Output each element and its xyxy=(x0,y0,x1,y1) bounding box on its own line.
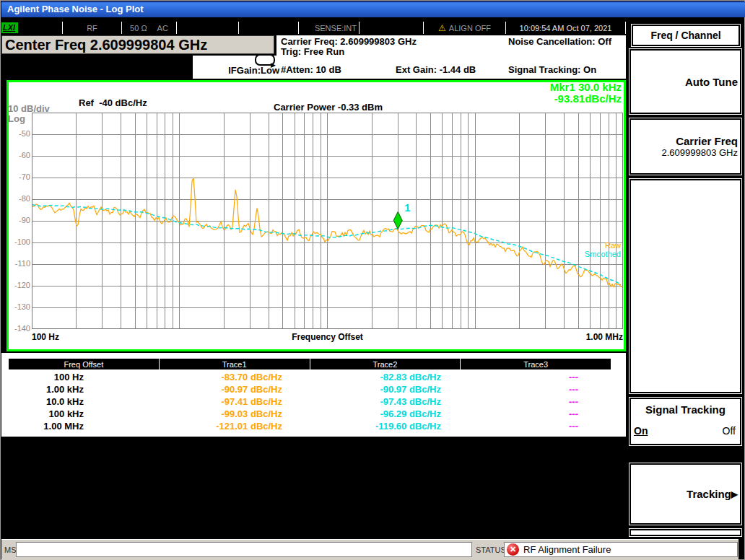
message-box xyxy=(16,542,472,557)
datetime-display: 10:09:54 AM Oct 07, 2021 xyxy=(520,24,612,32)
tracking-submenu-button[interactable]: Tracking▶ xyxy=(629,463,741,525)
status-seg-input: 50 Ω AC xyxy=(122,22,177,34)
align-warning-icon: ⚠ xyxy=(438,23,446,33)
raw-trace-label: Raw xyxy=(605,241,621,250)
signal-tracking-button-label: Signal Tracking xyxy=(631,403,740,416)
sense-indicator: SENSE:INT xyxy=(315,24,357,32)
trace1-value-cell: -99.03 dBc/Hz xyxy=(221,408,282,419)
app-window: Agilent Phase Noise - Log Plot LXI RF 50… xyxy=(0,0,745,560)
align-off-indicator: ALIGN OFF xyxy=(449,24,491,32)
ifgain-readout: IFGain:Low xyxy=(193,66,279,76)
blank-softkey xyxy=(629,179,741,393)
trace1-value-cell: -97.41 dBc/Hz xyxy=(221,396,282,407)
trace3-value-cell: --- xyxy=(569,396,578,407)
freq-offset-cell: 1.00 MHz xyxy=(43,421,84,432)
auto-tune-label: Auto Tune xyxy=(685,76,738,88)
status-seg-align: ⚠ ALIGN OFF xyxy=(424,22,506,34)
carrier-power-label: Carrier Power -0.33 dBm xyxy=(274,102,383,113)
status-label: STATUS xyxy=(476,546,506,554)
signal-tracking-off-option[interactable]: Off xyxy=(723,425,736,437)
ref-level-label: Ref -40 dBc/Hz xyxy=(79,98,147,108)
table-row: 1.00 kHz-90.97 dBc/Hz-90.97 dBc/Hz--- xyxy=(1,383,626,395)
status-seg-datetime: 10:09:54 AM Oct 07, 2021 xyxy=(506,22,626,34)
table-row: 10.0 kHz-97.41 dBc/Hz-97.43 dBc/Hz--- xyxy=(1,395,626,408)
trace2-value-cell: -90.97 dBc/Hz xyxy=(380,384,441,395)
marker-1-index: 1 xyxy=(404,201,410,214)
freq-offset-cell: 100 Hz xyxy=(54,372,84,382)
trace3-value-cell: --- xyxy=(569,384,578,395)
lxi-badge: LXI xyxy=(1,22,18,33)
ext-gain-readout: Ext Gain: -1.44 dB xyxy=(396,65,476,75)
status-message-text: RF Alignment Failure xyxy=(523,544,611,555)
table-header-cell: Trace2 xyxy=(310,359,461,369)
impedance-indicator: 50 Ω xyxy=(130,24,147,32)
freq-offset-cell: 10.0 kHz xyxy=(46,396,84,407)
carrier-freq-button-value: 2.609999803 GHz xyxy=(661,147,738,158)
status-strip: LXI RF 50 Ω AC SENSE:INT ⚠ ALIGN OFF 10:… xyxy=(1,22,626,34)
carrier-freq-button[interactable]: Carrier Freq 2.609999803 GHz xyxy=(629,118,741,175)
y-tick-label: -100 xyxy=(8,237,30,246)
status-message-box: ✕ RF Alignment Failure xyxy=(504,542,738,557)
signal-tracking-button[interactable]: Signal Tracking On Off xyxy=(629,398,741,445)
rf-indicator: RF xyxy=(87,24,97,32)
footer-bar: MSG STATUS ✕ RF Alignment Failure xyxy=(1,539,739,560)
trace3-value-cell: --- xyxy=(569,421,578,432)
y-tick-label: -60 xyxy=(8,151,30,159)
signal-tracking-on-option[interactable]: On xyxy=(634,425,648,437)
atten-readout: #Atten: 10 dB xyxy=(281,65,341,75)
title-bar[interactable]: Agilent Phase Noise - Log Plot xyxy=(1,1,745,17)
status-seg-sense: SENSE:INT xyxy=(299,22,360,34)
marker-readout-freq: Mkr1 30.0 kHz xyxy=(550,82,622,93)
trace-table-body: 100 Hz-83.70 dBc/Hz-82.83 dBc/Hz---1.00 … xyxy=(1,371,626,434)
trace2-value-cell: -82.83 dBc/Hz xyxy=(380,372,441,382)
y-tick-label: -80 xyxy=(8,194,30,203)
table-header-cell: Trace3 xyxy=(461,359,611,369)
y-tick-label: -140 xyxy=(8,324,30,333)
table-row: 100 Hz-83.70 dBc/Hz-82.83 dBc/Hz--- xyxy=(1,371,626,383)
noise-cancellation-readout: Noise Cancellation: Off xyxy=(508,37,611,47)
trace2-value-cell: -96.29 dBc/Hz xyxy=(380,408,441,419)
status-seg-empty-2 xyxy=(239,22,299,34)
carrier-freq-button-label: Carrier Freq xyxy=(676,135,738,147)
status-seg-empty-3 xyxy=(360,22,424,34)
trace1-value-cell: -90.97 dBc/Hz xyxy=(221,384,282,395)
y-tick-label: -110 xyxy=(8,259,30,268)
trace2-value-cell: -97.43 dBc/Hz xyxy=(380,396,441,407)
table-header-cell: Freq Offset xyxy=(9,359,160,369)
trigger-readout: Trig: Free Run xyxy=(281,47,344,57)
trace1-value-cell: -121.01 dBc/Hz xyxy=(216,421,282,432)
carrier-freq-readout: Carrier Freq: 2.609999803 GHz xyxy=(281,37,417,47)
y-tick-label: -70 xyxy=(8,172,30,181)
sweep-arrow-icon: ▶ xyxy=(255,54,275,66)
signal-tracking-readout: Signal Tracking: On xyxy=(508,65,596,75)
y-tick-label: -120 xyxy=(8,281,30,289)
smoothed-trace-label: Smoothed xyxy=(585,250,621,258)
blank-softkey-partial xyxy=(629,529,741,536)
table-row: 100 kHz-99.03 dBc/Hz-96.29 dBc/Hz--- xyxy=(1,408,626,420)
trace3-value-cell: --- xyxy=(569,408,578,419)
y-tick-label: -130 xyxy=(8,302,30,311)
auto-tune-button[interactable]: Auto Tune xyxy=(629,49,741,114)
x-axis-max-label: 1.00 MHz xyxy=(32,332,623,342)
tracking-label: Tracking xyxy=(687,488,731,500)
window-title: Agilent Phase Noise - Log Plot xyxy=(7,4,144,14)
submenu-arrow-icon: ▶ xyxy=(731,489,738,499)
freq-offset-cell: 100 kHz xyxy=(49,408,84,419)
center-freq-field[interactable]: Center Freq 2.609999804 GHz xyxy=(1,35,274,54)
status-seg-lxi: LXI xyxy=(1,22,63,34)
graph-panel: 10 dB/div Log Ref -40 dBc/Hz Carrier Pow… xyxy=(6,80,626,351)
coupling-indicator: AC xyxy=(157,24,168,32)
status-seg-empty-1 xyxy=(177,22,239,34)
status-seg-rf: RF xyxy=(63,22,122,34)
trace-table-header: Freq OffsetTrace1Trace2Trace3 xyxy=(8,358,611,370)
table-header-cell: Trace1 xyxy=(160,359,310,369)
table-row: 1.00 MHz-121.01 dBc/Hz-119.60 dBc/Hz--- xyxy=(1,420,626,432)
trace1-value-cell: -83.70 dBc/Hz xyxy=(221,372,282,382)
marker-readout: Mkr1 30.0 kHz -93.81dBc/Hz xyxy=(550,82,622,105)
y-tick-label: -50 xyxy=(8,129,30,138)
freq-offset-cell: 1.00 kHz xyxy=(46,384,84,395)
plot-svg: 1RawSmoothed xyxy=(32,113,623,329)
menu-title-freq-channel: Freq / Channel xyxy=(632,25,740,46)
marker-readout-value: -93.81dBc/Hz xyxy=(550,93,622,105)
trace3-value-cell: --- xyxy=(569,372,578,382)
